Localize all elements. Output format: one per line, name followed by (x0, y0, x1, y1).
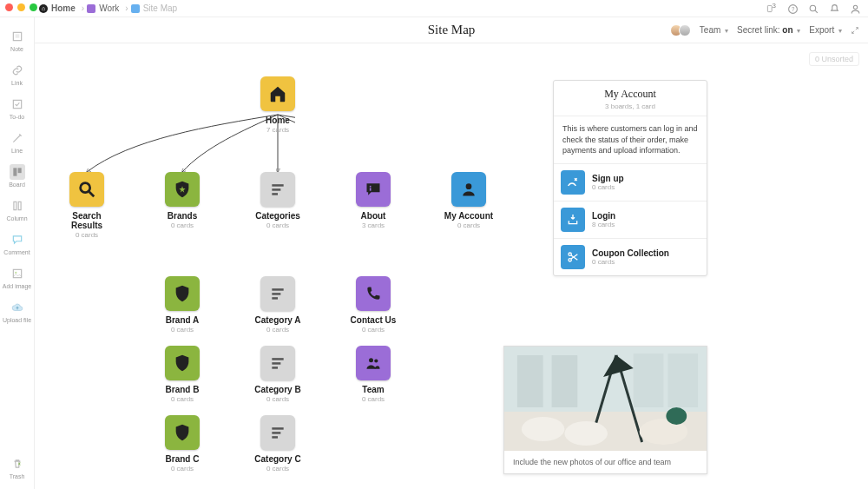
home-icon: ⌂ (39, 4, 48, 13)
tool-label: Line (11, 148, 23, 154)
svg-rect-27 (370, 188, 372, 190)
tool-comment[interactable]: Comment (3, 229, 32, 258)
panel-sub: 3 boards, 1 card (562, 102, 698, 110)
node-search-results[interactable]: Search Results 0 cards (56, 172, 117, 239)
panel-item-sub: 8 cards (592, 221, 615, 228)
panel-description: This is where customers can log in and c… (554, 116, 707, 164)
chevron-right-icon: › (125, 3, 128, 13)
svg-point-41 (569, 258, 571, 261)
node-title: Home (266, 116, 290, 125)
cloud-upload-icon (10, 300, 25, 315)
node-categories[interactable]: Categories 0 cards (247, 172, 308, 229)
folder-icon (87, 4, 95, 13)
tool-link[interactable]: Link (3, 60, 32, 89)
node-sub: 0 cards (266, 221, 289, 229)
unsorted-counter[interactable]: 0 Unsorted (809, 52, 859, 66)
note-icon (10, 29, 25, 44)
chevron-down-icon: ▾ (725, 27, 728, 35)
svg-point-53 (666, 407, 687, 425)
node-title: Search Results (56, 211, 117, 230)
expand-icon[interactable] (851, 26, 859, 35)
list-icon (260, 172, 295, 207)
tool-add-image[interactable]: Add image (3, 263, 32, 292)
breadcrumb: ⌂ Home › Work › Site Map 3 ? (0, 0, 868, 17)
tool-label: Column (6, 215, 27, 221)
svg-text:?: ? (791, 5, 794, 11)
node-title: Contact Us (351, 315, 397, 325)
secret-link-toggle[interactable]: Secret link: on ▾ (737, 25, 800, 35)
node-title: Category C (254, 454, 300, 464)
tool-trash[interactable]: Trash (3, 453, 32, 482)
tool-line[interactable]: Line (3, 128, 32, 156)
node-team[interactable]: Team 0 cards (343, 346, 404, 403)
node-sub: 0 cards (171, 221, 194, 229)
checkbox-icon (10, 96, 25, 112)
tool-upload-file[interactable]: Upload file (3, 297, 32, 326)
help-icon[interactable]: ? (786, 3, 799, 15)
node-my-account[interactable]: My Account 0 cards (438, 172, 499, 229)
panel-item-signup[interactable]: Sign up 0 cards (554, 164, 707, 202)
node-title: About (361, 211, 386, 221)
node-title: My Account (444, 211, 493, 221)
signup-icon (561, 170, 585, 195)
search-icon[interactable] (807, 3, 819, 15)
node-sub: 7 cards (266, 126, 289, 134)
user-icon[interactable] (849, 3, 861, 15)
canvas[interactable]: 0 Unsorted Home 7 cards Search Res (35, 43, 868, 489)
chevron-down-icon: ▾ (838, 27, 842, 35)
devices-icon[interactable]: 3 (766, 3, 778, 15)
node-brand-b[interactable]: Brand B 0 cards (152, 346, 213, 403)
node-sub: 0 cards (171, 465, 194, 472)
node-category-c[interactable]: Category C 0 cards (247, 415, 308, 472)
svg-line-21 (89, 192, 95, 197)
node-contact-us[interactable]: Contact Us 0 cards (343, 276, 404, 334)
node-category-b[interactable]: Category B 0 cards (247, 346, 308, 403)
panel-title: My Account (562, 88, 698, 101)
svg-rect-47 (667, 354, 698, 407)
node-category-a[interactable]: Category A 0 cards (247, 276, 308, 334)
node-brand-a[interactable]: Brand A 0 cards (152, 276, 213, 334)
image-note-card[interactable]: Include the new photos of our office and… (503, 346, 707, 474)
node-sub: 0 cards (266, 465, 289, 472)
node-sub: 0 cards (171, 395, 194, 403)
node-brands[interactable]: Brands 0 cards (152, 172, 213, 229)
node-brand-c[interactable]: Brand C 0 cards (152, 415, 213, 472)
panel-item-coupons[interactable]: Coupon Collection 0 cards (554, 239, 707, 275)
panel-item-login[interactable]: Login 8 cards (554, 202, 707, 239)
board-icon (10, 164, 25, 180)
node-about[interactable]: About 3 cards (343, 172, 404, 229)
tool-column[interactable]: Column (3, 195, 32, 224)
export-dropdown[interactable]: Export ▾ (809, 25, 842, 35)
office-photo (504, 347, 707, 451)
svg-rect-10 (13, 168, 16, 175)
svg-rect-30 (272, 293, 280, 295)
svg-point-3 (810, 5, 816, 11)
breadcrumb-home[interactable]: ⌂ Home (39, 3, 76, 13)
tool-note[interactable]: Note (3, 26, 32, 55)
link-icon (10, 63, 25, 78)
user-icon (451, 172, 486, 207)
breadcrumb-work[interactable]: Work (87, 3, 119, 13)
tool-todo[interactable]: To-do (3, 94, 32, 122)
panel-item-title: Coupon Collection (592, 248, 669, 258)
node-title: Categories (255, 211, 300, 221)
breadcrumb-current[interactable]: Site Map (131, 3, 177, 13)
tool-board[interactable]: Board (3, 162, 32, 190)
phone-icon (356, 276, 391, 311)
panel-item-sub: 0 cards (592, 183, 624, 191)
collaborator-avatars[interactable] (674, 24, 691, 36)
svg-point-28 (466, 183, 472, 189)
device-count: 3 (773, 2, 776, 10)
detail-panel[interactable]: My Account 3 boards, 1 card This is wher… (553, 80, 707, 276)
node-home[interactable]: Home 7 cards (247, 76, 308, 134)
shield-icon (165, 276, 200, 311)
breadcrumb-current-label: Site Map (143, 3, 177, 13)
svg-rect-33 (272, 362, 280, 365)
shield-icon (165, 415, 200, 450)
svg-point-20 (81, 183, 90, 193)
team-dropdown[interactable]: Team ▾ (700, 25, 728, 35)
node-title: Brand A (166, 315, 200, 325)
info-chat-icon (356, 172, 391, 207)
svg-rect-11 (17, 168, 21, 173)
bell-icon[interactable] (828, 3, 840, 15)
